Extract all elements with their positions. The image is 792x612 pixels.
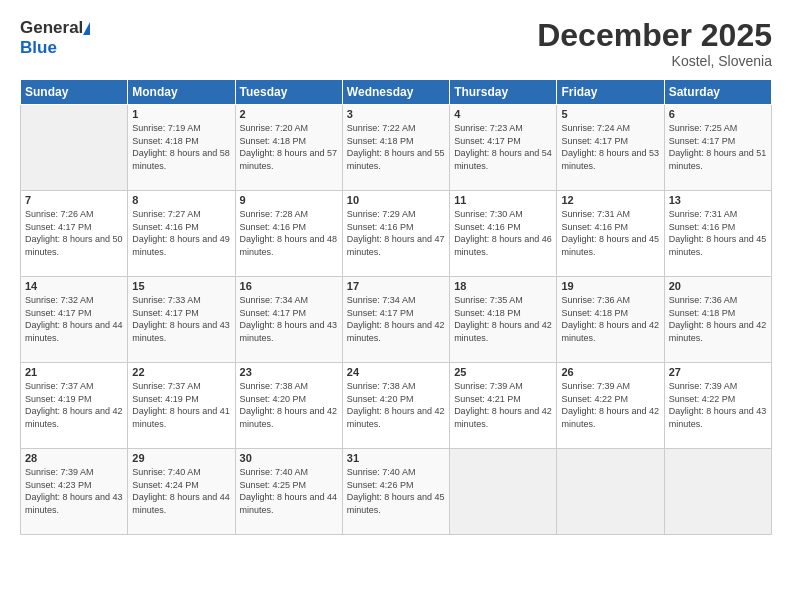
calendar-cell: 6Sunrise: 7:25 AM Sunset: 4:17 PM Daylig…	[664, 105, 771, 191]
calendar-cell: 24Sunrise: 7:38 AM Sunset: 4:20 PM Dayli…	[342, 363, 449, 449]
day-number: 19	[561, 280, 659, 292]
calendar-cell: 14Sunrise: 7:32 AM Sunset: 4:17 PM Dayli…	[21, 277, 128, 363]
day-info: Sunrise: 7:25 AM Sunset: 4:17 PM Dayligh…	[669, 122, 767, 172]
day-info: Sunrise: 7:24 AM Sunset: 4:17 PM Dayligh…	[561, 122, 659, 172]
day-number: 27	[669, 366, 767, 378]
day-number: 15	[132, 280, 230, 292]
day-info: Sunrise: 7:20 AM Sunset: 4:18 PM Dayligh…	[240, 122, 338, 172]
calendar-cell: 28Sunrise: 7:39 AM Sunset: 4:23 PM Dayli…	[21, 449, 128, 535]
week-row-4: 21Sunrise: 7:37 AM Sunset: 4:19 PM Dayli…	[21, 363, 772, 449]
day-info: Sunrise: 7:37 AM Sunset: 4:19 PM Dayligh…	[132, 380, 230, 430]
calendar-cell: 26Sunrise: 7:39 AM Sunset: 4:22 PM Dayli…	[557, 363, 664, 449]
day-info: Sunrise: 7:39 AM Sunset: 4:22 PM Dayligh…	[561, 380, 659, 430]
day-number: 6	[669, 108, 767, 120]
day-info: Sunrise: 7:23 AM Sunset: 4:17 PM Dayligh…	[454, 122, 552, 172]
day-number: 30	[240, 452, 338, 464]
day-info: Sunrise: 7:34 AM Sunset: 4:17 PM Dayligh…	[240, 294, 338, 344]
calendar-cell: 29Sunrise: 7:40 AM Sunset: 4:24 PM Dayli…	[128, 449, 235, 535]
day-info: Sunrise: 7:36 AM Sunset: 4:18 PM Dayligh…	[561, 294, 659, 344]
day-number: 3	[347, 108, 445, 120]
day-number: 9	[240, 194, 338, 206]
calendar-cell: 15Sunrise: 7:33 AM Sunset: 4:17 PM Dayli…	[128, 277, 235, 363]
day-info: Sunrise: 7:34 AM Sunset: 4:17 PM Dayligh…	[347, 294, 445, 344]
day-info: Sunrise: 7:26 AM Sunset: 4:17 PM Dayligh…	[25, 208, 123, 258]
day-info: Sunrise: 7:19 AM Sunset: 4:18 PM Dayligh…	[132, 122, 230, 172]
day-number: 1	[132, 108, 230, 120]
calendar-cell: 7Sunrise: 7:26 AM Sunset: 4:17 PM Daylig…	[21, 191, 128, 277]
calendar-cell	[21, 105, 128, 191]
day-number: 5	[561, 108, 659, 120]
week-row-3: 14Sunrise: 7:32 AM Sunset: 4:17 PM Dayli…	[21, 277, 772, 363]
day-number: 14	[25, 280, 123, 292]
calendar-cell: 1Sunrise: 7:19 AM Sunset: 4:18 PM Daylig…	[128, 105, 235, 191]
calendar-cell: 12Sunrise: 7:31 AM Sunset: 4:16 PM Dayli…	[557, 191, 664, 277]
day-number: 16	[240, 280, 338, 292]
calendar-cell: 19Sunrise: 7:36 AM Sunset: 4:18 PM Dayli…	[557, 277, 664, 363]
day-number: 22	[132, 366, 230, 378]
calendar-cell: 9Sunrise: 7:28 AM Sunset: 4:16 PM Daylig…	[235, 191, 342, 277]
day-number: 31	[347, 452, 445, 464]
calendar-cell: 23Sunrise: 7:38 AM Sunset: 4:20 PM Dayli…	[235, 363, 342, 449]
day-info: Sunrise: 7:28 AM Sunset: 4:16 PM Dayligh…	[240, 208, 338, 258]
day-info: Sunrise: 7:35 AM Sunset: 4:18 PM Dayligh…	[454, 294, 552, 344]
calendar-cell: 27Sunrise: 7:39 AM Sunset: 4:22 PM Dayli…	[664, 363, 771, 449]
day-info: Sunrise: 7:39 AM Sunset: 4:22 PM Dayligh…	[669, 380, 767, 430]
day-number: 23	[240, 366, 338, 378]
calendar-cell: 4Sunrise: 7:23 AM Sunset: 4:17 PM Daylig…	[450, 105, 557, 191]
calendar-cell: 20Sunrise: 7:36 AM Sunset: 4:18 PM Dayli…	[664, 277, 771, 363]
calendar-cell: 5Sunrise: 7:24 AM Sunset: 4:17 PM Daylig…	[557, 105, 664, 191]
day-number: 28	[25, 452, 123, 464]
logo-general: General	[20, 18, 83, 38]
days-header-row: Sunday Monday Tuesday Wednesday Thursday…	[21, 80, 772, 105]
day-info: Sunrise: 7:33 AM Sunset: 4:17 PM Dayligh…	[132, 294, 230, 344]
calendar-cell: 10Sunrise: 7:29 AM Sunset: 4:16 PM Dayli…	[342, 191, 449, 277]
calendar-cell: 17Sunrise: 7:34 AM Sunset: 4:17 PM Dayli…	[342, 277, 449, 363]
calendar-cell: 13Sunrise: 7:31 AM Sunset: 4:16 PM Dayli…	[664, 191, 771, 277]
header-tuesday: Tuesday	[235, 80, 342, 105]
day-info: Sunrise: 7:38 AM Sunset: 4:20 PM Dayligh…	[347, 380, 445, 430]
day-number: 18	[454, 280, 552, 292]
day-info: Sunrise: 7:39 AM Sunset: 4:23 PM Dayligh…	[25, 466, 123, 516]
day-number: 29	[132, 452, 230, 464]
logo: General Blue	[20, 18, 90, 58]
day-info: Sunrise: 7:39 AM Sunset: 4:21 PM Dayligh…	[454, 380, 552, 430]
day-number: 10	[347, 194, 445, 206]
day-info: Sunrise: 7:22 AM Sunset: 4:18 PM Dayligh…	[347, 122, 445, 172]
day-info: Sunrise: 7:37 AM Sunset: 4:19 PM Dayligh…	[25, 380, 123, 430]
day-number: 2	[240, 108, 338, 120]
day-number: 11	[454, 194, 552, 206]
day-number: 21	[25, 366, 123, 378]
calendar-cell: 16Sunrise: 7:34 AM Sunset: 4:17 PM Dayli…	[235, 277, 342, 363]
logo-wrapper: General	[20, 18, 90, 38]
calendar-body: 1Sunrise: 7:19 AM Sunset: 4:18 PM Daylig…	[21, 105, 772, 535]
day-number: 25	[454, 366, 552, 378]
logo-blue-row: Blue	[20, 38, 57, 58]
day-info: Sunrise: 7:32 AM Sunset: 4:17 PM Dayligh…	[25, 294, 123, 344]
location: Kostel, Slovenia	[537, 53, 772, 69]
day-number: 20	[669, 280, 767, 292]
day-info: Sunrise: 7:36 AM Sunset: 4:18 PM Dayligh…	[669, 294, 767, 344]
calendar-cell	[664, 449, 771, 535]
header-wednesday: Wednesday	[342, 80, 449, 105]
day-number: 4	[454, 108, 552, 120]
day-number: 26	[561, 366, 659, 378]
calendar-cell: 30Sunrise: 7:40 AM Sunset: 4:25 PM Dayli…	[235, 449, 342, 535]
day-info: Sunrise: 7:40 AM Sunset: 4:25 PM Dayligh…	[240, 466, 338, 516]
week-row-2: 7Sunrise: 7:26 AM Sunset: 4:17 PM Daylig…	[21, 191, 772, 277]
day-info: Sunrise: 7:27 AM Sunset: 4:16 PM Dayligh…	[132, 208, 230, 258]
calendar-cell: 11Sunrise: 7:30 AM Sunset: 4:16 PM Dayli…	[450, 191, 557, 277]
header: General Blue December 2025 Kostel, Slove…	[20, 18, 772, 69]
calendar-cell: 3Sunrise: 7:22 AM Sunset: 4:18 PM Daylig…	[342, 105, 449, 191]
day-info: Sunrise: 7:31 AM Sunset: 4:16 PM Dayligh…	[669, 208, 767, 258]
calendar-cell: 22Sunrise: 7:37 AM Sunset: 4:19 PM Dayli…	[128, 363, 235, 449]
calendar-cell: 31Sunrise: 7:40 AM Sunset: 4:26 PM Dayli…	[342, 449, 449, 535]
day-info: Sunrise: 7:31 AM Sunset: 4:16 PM Dayligh…	[561, 208, 659, 258]
calendar-cell: 2Sunrise: 7:20 AM Sunset: 4:18 PM Daylig…	[235, 105, 342, 191]
month-title: December 2025	[537, 18, 772, 53]
calendar-header: Sunday Monday Tuesday Wednesday Thursday…	[21, 80, 772, 105]
header-friday: Friday	[557, 80, 664, 105]
day-number: 7	[25, 194, 123, 206]
calendar-cell	[450, 449, 557, 535]
calendar-cell	[557, 449, 664, 535]
header-thursday: Thursday	[450, 80, 557, 105]
